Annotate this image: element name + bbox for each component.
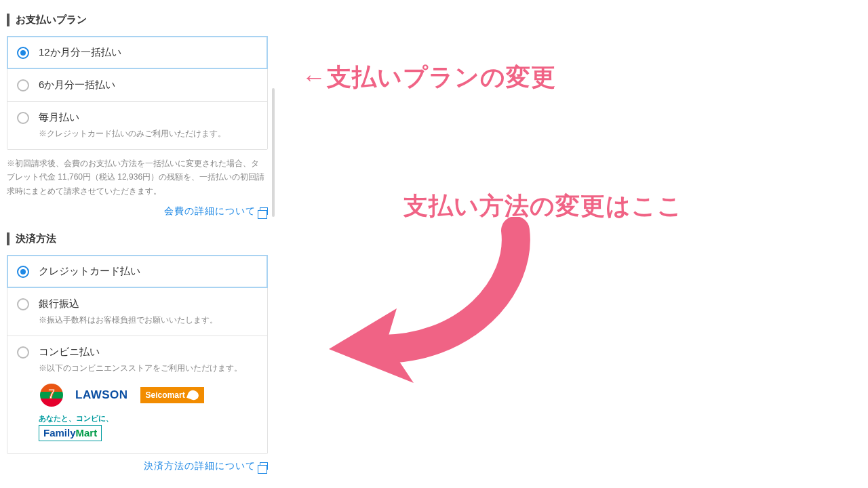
- plan-option-monthly[interactable]: 毎月払い ※クレジットカード払いのみご利用いただけます。: [7, 101, 267, 149]
- payment-method-heading: 決済方法: [7, 232, 268, 245]
- plan-footnote: ※初回請求後、会費のお支払い方法を一括払いに変更された場合、タブレット代金 11…: [7, 154, 268, 199]
- seicomart-text: Seicomart: [146, 390, 185, 400]
- familymart-tagline: あなたと、コンビに、: [39, 413, 258, 424]
- method-option-label: コンビニ払い: [39, 346, 258, 359]
- method-option-bank[interactable]: 銀行振込 ※振込手数料はお客様負担でお願いいたします。: [7, 287, 267, 336]
- familymart-box: FamilyMart: [39, 425, 102, 441]
- method-detail-link-wrap: 決済方法の詳細について: [7, 460, 268, 472]
- payment-method-options: クレジットカード払い 銀行振込 ※振込手数料はお客様負担でお願いいたします。 コ…: [7, 255, 268, 454]
- plan-detail-link[interactable]: 会費の詳細について: [164, 205, 268, 216]
- radio-icon: [17, 266, 29, 278]
- plan-option-label: 12か月分一括払い: [39, 46, 258, 59]
- plan-detail-link-text: 会費の詳細について: [164, 205, 256, 216]
- method-option-note: ※以下のコンビニエンスストアをご利用いただけます。: [39, 363, 258, 374]
- method-option-note: ※振込手数料はお客様負担でお願いいたします。: [39, 314, 258, 326]
- lawson-logo: LAWSON: [75, 388, 128, 402]
- external-link-icon: [260, 207, 268, 215]
- plan-option-note: ※クレジットカード払いのみご利用いただけます。: [39, 128, 258, 140]
- radio-icon: [17, 298, 29, 310]
- plan-option-12m[interactable]: 12か月分一括払い: [7, 37, 267, 68]
- external-link-icon: [260, 462, 268, 470]
- radio-icon: [17, 47, 29, 59]
- annotation-arrow-icon: [312, 217, 556, 393]
- method-detail-link[interactable]: 決済方法の詳細について: [144, 460, 268, 471]
- familymart-logo: あなたと、コンビに、 FamilyMart: [39, 413, 258, 441]
- seven-eleven-icon: [40, 384, 63, 407]
- radio-icon: [17, 112, 29, 124]
- payment-plan-heading: お支払いプラン: [7, 14, 268, 26]
- plan-detail-link-wrap: 会費の詳細について: [7, 205, 268, 218]
- method-detail-link-text: 決済方法の詳細について: [144, 460, 256, 471]
- method-option-creditcard[interactable]: クレジットカード払い: [7, 256, 267, 287]
- method-option-label: 銀行振込: [39, 298, 258, 310]
- radio-icon: [17, 346, 29, 359]
- method-option-label: クレジットカード払い: [39, 265, 258, 278]
- radio-icon: [17, 79, 29, 92]
- seicomart-bird-icon: [186, 389, 200, 402]
- payment-plan-options: 12か月分一括払い 6か月分一括払い 毎月払い ※クレジットカード払いのみご利用…: [7, 36, 268, 150]
- plan-option-label: 毎月払い: [39, 111, 258, 124]
- convenience-store-row: LAWSON Seicomart: [40, 384, 258, 407]
- annotation-plan-change: ←支払いプランの変更: [302, 61, 556, 94]
- method-option-conv[interactable]: コンビニ払い ※以下のコンビニエンスストアをご利用いただけます。 LAWSON …: [7, 336, 267, 453]
- settings-panel: お支払いプラン 12か月分一括払い 6か月分一括払い 毎月払い ※クレジットカー…: [0, 0, 275, 472]
- plan-option-6m[interactable]: 6か月分一括払い: [7, 68, 267, 101]
- seicomart-logo: Seicomart: [140, 387, 204, 403]
- plan-option-label: 6か月分一括払い: [39, 79, 258, 92]
